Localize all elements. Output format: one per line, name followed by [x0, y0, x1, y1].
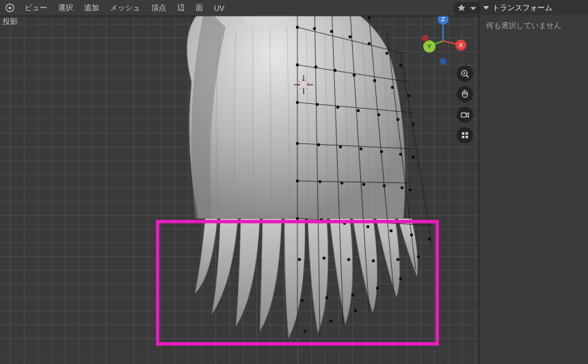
svg-rect-87 [462, 132, 465, 135]
viewport-grid [0, 0, 479, 364]
zoom-button[interactable] [457, 66, 473, 82]
svg-rect-86 [462, 113, 466, 117]
viewport-3d[interactable] [0, 0, 479, 364]
menu-add[interactable]: 追加 [79, 1, 105, 15]
panel-title: トランスフォーム [492, 3, 552, 13]
menu-uv[interactable]: UV [209, 2, 230, 14]
projection-label: 投影 [3, 16, 18, 27]
menu-face[interactable]: 面 [190, 1, 209, 15]
empty-selection-text: 何も選択していません [486, 21, 561, 29]
svg-line-83 [466, 75, 468, 77]
svg-rect-90 [466, 136, 468, 139]
perspective-button[interactable] [457, 127, 473, 143]
panel-transform-body: 何も選択していません [479, 15, 588, 36]
menu-vertex[interactable]: 頂点 [146, 1, 172, 15]
n-panel: トランスフォーム 何も選択していません [479, 0, 588, 364]
panel-transform-header[interactable]: トランスフォーム [479, 0, 588, 15]
vertical-axis-line [297, 0, 298, 364]
svg-point-81 [422, 35, 429, 42]
axis-z-label: Z [441, 16, 445, 23]
axis-x-label: X [459, 42, 463, 48]
collapse-icon [483, 6, 489, 10]
svg-point-69 [8, 7, 11, 10]
editor-type-icon[interactable] [3, 1, 16, 15]
pan-button[interactable] [457, 86, 473, 102]
svg-rect-88 [466, 132, 468, 135]
svg-rect-89 [462, 136, 465, 139]
menu-select[interactable]: 選択 [53, 1, 79, 15]
orbit-gizmo[interactable]: Z X Y [416, 14, 470, 68]
menu-view[interactable]: ビュー [19, 1, 53, 15]
svg-point-80 [440, 58, 446, 65]
menu-mesh[interactable]: メッシュ [105, 1, 146, 15]
cursor-3d-icon [294, 75, 313, 94]
gizmo-toggle[interactable] [454, 2, 481, 14]
menu-edge[interactable]: 辺 [172, 1, 190, 15]
camera-button[interactable] [457, 107, 473, 123]
viewport-header: ビュー 選択 追加 メッシュ 頂点 辺 面 UV [0, 0, 479, 16]
axis-y-label: Y [427, 43, 431, 50]
